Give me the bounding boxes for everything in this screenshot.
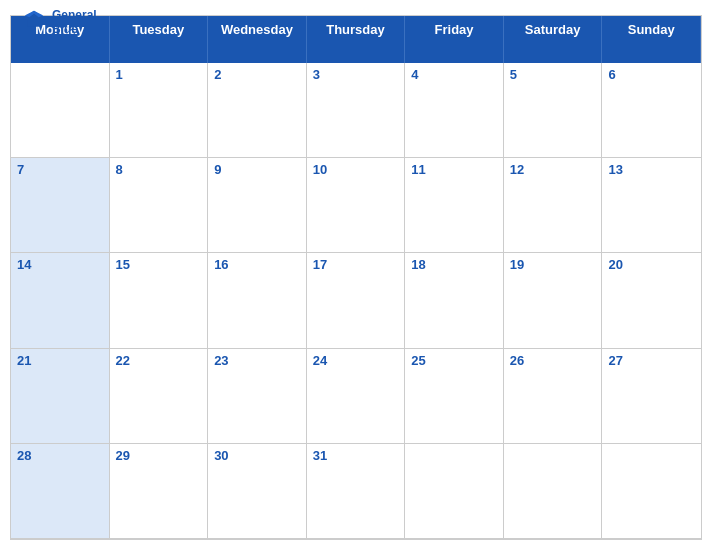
calendar-day-cell: 22 xyxy=(110,349,209,444)
day-number: 9 xyxy=(214,162,300,177)
day-number: 21 xyxy=(17,353,103,368)
calendar-day-cell xyxy=(504,444,603,539)
day-number: 6 xyxy=(608,67,695,82)
calendar-day-cell xyxy=(405,444,504,539)
day-header-saturday: Saturday xyxy=(504,16,603,63)
day-header-friday: Friday xyxy=(405,16,504,63)
day-number: 25 xyxy=(411,353,497,368)
day-number: 5 xyxy=(510,67,596,82)
day-number: 27 xyxy=(608,353,695,368)
day-number: 20 xyxy=(608,257,695,272)
day-number: 31 xyxy=(313,448,399,463)
calendar-day-cell: 11 xyxy=(405,158,504,253)
logo: General Blue xyxy=(20,8,97,37)
day-number: 18 xyxy=(411,257,497,272)
calendar-day-cell: 2 xyxy=(208,63,307,158)
calendar-day-cell: 28 xyxy=(11,444,110,539)
day-header-wednesday: Wednesday xyxy=(208,16,307,63)
calendar-day-cell: 27 xyxy=(602,349,701,444)
day-header-tuesday: Tuesday xyxy=(110,16,209,63)
day-number: 23 xyxy=(214,353,300,368)
day-number: 28 xyxy=(17,448,103,463)
day-number: 13 xyxy=(608,162,695,177)
day-number: 15 xyxy=(116,257,202,272)
calendar-grid: MondayTuesdayWednesdayThursdayFridaySatu… xyxy=(10,15,702,540)
calendar-day-cell xyxy=(602,444,701,539)
day-number: 10 xyxy=(313,162,399,177)
calendar-day-cell: 14 xyxy=(11,253,110,348)
calendar-day-cell: 16 xyxy=(208,253,307,348)
calendar-day-cell: 19 xyxy=(504,253,603,348)
calendar-day-cell: 5 xyxy=(504,63,603,158)
calendar-day-cell: 15 xyxy=(110,253,209,348)
day-number: 19 xyxy=(510,257,596,272)
day-number: 2 xyxy=(214,67,300,82)
calendar-day-cell xyxy=(11,63,110,158)
calendar-day-cell: 8 xyxy=(110,158,209,253)
day-number: 17 xyxy=(313,257,399,272)
calendar-day-cell: 3 xyxy=(307,63,406,158)
day-header-thursday: Thursday xyxy=(307,16,406,63)
calendar-day-cell: 26 xyxy=(504,349,603,444)
calendar-day-cell: 13 xyxy=(602,158,701,253)
calendar-day-cell: 17 xyxy=(307,253,406,348)
day-number: 8 xyxy=(116,162,202,177)
calendar-day-cell: 20 xyxy=(602,253,701,348)
day-number: 29 xyxy=(116,448,202,463)
calendar-day-cell: 24 xyxy=(307,349,406,444)
day-number: 26 xyxy=(510,353,596,368)
day-number: 12 xyxy=(510,162,596,177)
calendar-day-cell: 9 xyxy=(208,158,307,253)
calendar-day-cell: 30 xyxy=(208,444,307,539)
day-number: 30 xyxy=(214,448,300,463)
calendar-day-cell: 12 xyxy=(504,158,603,253)
calendar-header: General Blue xyxy=(0,0,712,15)
calendar-day-cell: 7 xyxy=(11,158,110,253)
calendar: MondayTuesdayWednesdayThursdayFridaySatu… xyxy=(0,15,712,550)
calendar-day-cell: 25 xyxy=(405,349,504,444)
day-header-sunday: Sunday xyxy=(602,16,701,63)
day-number: 1 xyxy=(116,67,202,82)
calendar-day-cell: 23 xyxy=(208,349,307,444)
calendar-day-cell: 21 xyxy=(11,349,110,444)
day-number: 7 xyxy=(17,162,103,177)
calendar-day-cell: 1 xyxy=(110,63,209,158)
calendar-day-cell: 18 xyxy=(405,253,504,348)
day-number: 3 xyxy=(313,67,399,82)
day-number: 4 xyxy=(411,67,497,82)
day-number: 16 xyxy=(214,257,300,272)
calendar-day-cell: 10 xyxy=(307,158,406,253)
day-number: 24 xyxy=(313,353,399,368)
day-number: 22 xyxy=(116,353,202,368)
calendar-day-cell: 31 xyxy=(307,444,406,539)
calendar-day-cell: 29 xyxy=(110,444,209,539)
logo-text: General Blue xyxy=(52,8,97,37)
day-number: 14 xyxy=(17,257,103,272)
day-number: 11 xyxy=(411,162,497,177)
logo-icon xyxy=(20,8,48,36)
calendar-day-cell: 6 xyxy=(602,63,701,158)
calendar-day-cell: 4 xyxy=(405,63,504,158)
